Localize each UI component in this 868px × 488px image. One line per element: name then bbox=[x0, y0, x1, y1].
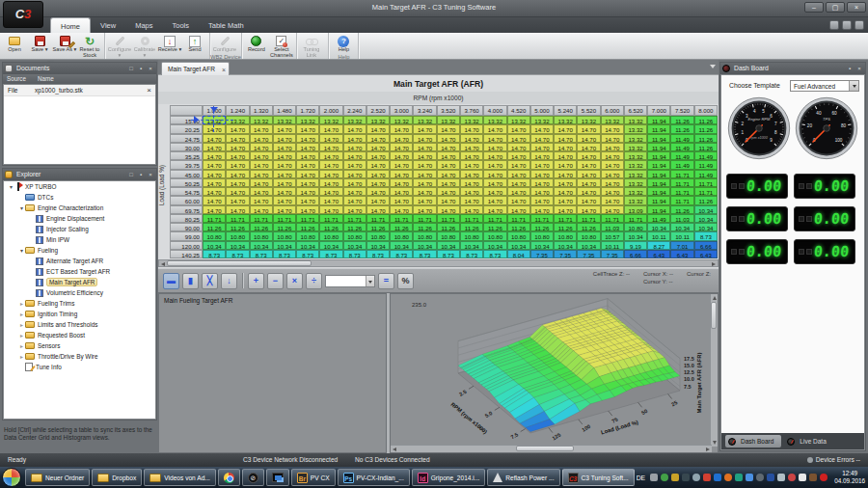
afr-cell[interactable]: 11.26 bbox=[694, 134, 718, 143]
afr-cell[interactable]: 14.70 bbox=[530, 187, 554, 196]
afr-cell[interactable]: 8.73 bbox=[250, 250, 273, 258]
afr-cell[interactable]: 13.32 bbox=[624, 151, 647, 160]
column-header-1.240[interactable]: 1.240 bbox=[226, 105, 249, 116]
afr-cell[interactable]: 14.70 bbox=[250, 160, 273, 169]
tree-item-ignition-timing[interactable]: ▸Ignition Timing bbox=[4, 309, 155, 319]
afr-cell[interactable]: 11.94 bbox=[647, 160, 670, 169]
afr-cell[interactable]: 6.43 bbox=[670, 250, 693, 258]
tray-icon[interactable] bbox=[724, 474, 732, 481]
tray-icon[interactable] bbox=[682, 474, 690, 481]
afr-cell[interactable]: 14.70 bbox=[390, 205, 413, 214]
afr-cell[interactable]: 14.70 bbox=[577, 143, 600, 151]
column-header-4.520[interactable]: 4.520 bbox=[507, 105, 530, 116]
afr-cell[interactable]: 14.70 bbox=[390, 196, 413, 204]
afr-cell[interactable]: 14.70 bbox=[483, 187, 506, 196]
documents-header[interactable]: Documents □ ▪ × bbox=[3, 63, 156, 74]
tabstrip-menu-icon[interactable] bbox=[710, 65, 716, 68]
ribbon-tab-tools[interactable]: Tools bbox=[162, 17, 199, 33]
afr-cell[interactable]: 11.26 bbox=[507, 223, 530, 231]
afr-cell[interactable]: 14.70 bbox=[601, 170, 624, 178]
afr-cell[interactable]: 13.32 bbox=[624, 187, 647, 196]
tree-item-fueling-trims[interactable]: ▸Fueling Trims bbox=[4, 298, 155, 309]
tray-icon[interactable] bbox=[809, 474, 817, 481]
tree-item-injector-scaling[interactable]: Injector Scaling bbox=[4, 224, 155, 234]
afr-cell[interactable]: 13.32 bbox=[577, 116, 600, 124]
afr-cell[interactable]: 11.71 bbox=[601, 214, 624, 223]
afr-cell[interactable]: 11.71 bbox=[390, 214, 413, 223]
afr-cell[interactable]: 8.73 bbox=[366, 250, 390, 258]
afr-cell[interactable]: 14.70 bbox=[413, 205, 436, 214]
help-button[interactable]: ?Help bbox=[331, 34, 356, 53]
column-header-5.240[interactable]: 5.240 bbox=[554, 105, 577, 116]
afr-cell[interactable]: 8.73 bbox=[390, 250, 413, 258]
afr-cell[interactable]: 14.70 bbox=[413, 134, 436, 143]
afr-cell[interactable]: 14.70 bbox=[554, 124, 577, 133]
taskbar-item-pv-cx[interactable]: BrPV CX bbox=[291, 469, 336, 486]
tree-item-requested-boost[interactable]: ▸Requested Boost bbox=[4, 330, 155, 340]
ribbon-tab-maps[interactable]: Maps bbox=[125, 17, 162, 33]
expander-icon[interactable]: ▾ bbox=[18, 204, 25, 211]
afr-cell[interactable]: 14.70 bbox=[577, 178, 600, 187]
afr-cell[interactable]: 10.80 bbox=[250, 231, 273, 240]
afr-cell[interactable]: 6.43 bbox=[647, 250, 670, 258]
afr-cell[interactable]: 14.70 bbox=[319, 196, 342, 204]
column-header-7.520[interactable]: 7.520 bbox=[670, 105, 693, 116]
afr-cell[interactable]: 10.80 bbox=[437, 231, 460, 240]
afr-cell[interactable]: 14.70 bbox=[226, 187, 249, 196]
afr-cell[interactable]: 10.80 bbox=[530, 231, 554, 240]
afr-cell[interactable]: 11.26 bbox=[296, 223, 319, 231]
column-header-2.000[interactable]: 2.000 bbox=[319, 105, 342, 116]
afr-cell[interactable]: 11.94 bbox=[647, 143, 670, 151]
afr-cell[interactable]: 10.34 bbox=[507, 241, 530, 250]
afr-cell[interactable]: 14.70 bbox=[437, 196, 460, 204]
pin-icon[interactable]: ▪ bbox=[137, 65, 145, 72]
afr-cell[interactable]: 14.70 bbox=[343, 151, 366, 160]
afr-cell[interactable]: 11.49 bbox=[694, 151, 718, 160]
afr-cell[interactable]: 14.70 bbox=[460, 143, 483, 151]
afr-cell[interactable]: 14.70 bbox=[507, 170, 530, 178]
afr-cell[interactable]: 10.34 bbox=[250, 241, 273, 250]
tree-item-ect-based-target-afr[interactable]: ECT Based Target AFR bbox=[4, 266, 155, 277]
afr-cell[interactable]: 14.70 bbox=[203, 187, 226, 196]
afr-cell[interactable]: 10.34 bbox=[460, 241, 483, 250]
afr-cell[interactable]: 11.26 bbox=[366, 223, 390, 231]
taskbar-item-c3-tuning-soft-[interactable]: C3C3 Tuning Soft... bbox=[562, 469, 635, 486]
afr-cell[interactable]: 11.71 bbox=[366, 214, 390, 223]
afr-cell[interactable]: 14.70 bbox=[507, 160, 530, 169]
afr-cell[interactable]: 6.66 bbox=[624, 250, 647, 258]
afr-cell[interactable]: 11.49 bbox=[694, 160, 718, 169]
afr-cell[interactable]: 11.26 bbox=[413, 223, 436, 231]
afr-cell[interactable]: 11.49 bbox=[694, 170, 718, 178]
afr-cell[interactable]: 10.34 bbox=[577, 241, 600, 250]
table-hscrollbar[interactable] bbox=[158, 259, 719, 267]
afr-cell[interactable]: 13.09 bbox=[624, 205, 647, 214]
afr-cell[interactable]: 13.32 bbox=[507, 116, 530, 124]
afr-cell[interactable]: 14.70 bbox=[530, 160, 554, 169]
afr-cell[interactable]: 14.70 bbox=[577, 196, 600, 204]
afr-cell[interactable]: 11.71 bbox=[530, 214, 554, 223]
afr-cell[interactable]: 14.70 bbox=[366, 143, 390, 151]
tree-item-engine-characterization[interactable]: ▾Engine Characterization bbox=[4, 203, 155, 213]
afr-cell[interactable]: 14.70 bbox=[203, 205, 226, 214]
afr-cell[interactable]: 11.03 bbox=[670, 214, 693, 223]
afr-cell[interactable]: 10.80 bbox=[554, 231, 577, 240]
column-header-1.480[interactable]: 1.480 bbox=[273, 105, 296, 116]
afr-cell[interactable]: 14.70 bbox=[343, 143, 366, 151]
scroll-right-icon[interactable] bbox=[706, 447, 710, 451]
afr-cell[interactable]: 10.34 bbox=[203, 241, 226, 250]
afr-cell[interactable]: 14.70 bbox=[203, 134, 226, 143]
afr-cell[interactable]: 11.49 bbox=[647, 214, 670, 223]
column-header-3.760[interactable]: 3.760 bbox=[460, 105, 483, 116]
afr-cell[interactable]: 11.71 bbox=[694, 187, 718, 196]
save-as-button[interactable]: Save As ▾ bbox=[52, 34, 77, 53]
afr-cell[interactable]: 14.70 bbox=[226, 124, 249, 133]
tree-item-sensors[interactable]: ▸Sensors bbox=[4, 340, 155, 351]
afr-cell[interactable]: 14.70 bbox=[577, 124, 600, 133]
afr-cell[interactable]: 14.70 bbox=[507, 134, 530, 143]
tray-icon[interactable] bbox=[756, 474, 764, 481]
scroll-up-icon[interactable] bbox=[713, 296, 717, 300]
dash-tab-live-data[interactable]: Live Data bbox=[784, 435, 833, 447]
afr-cell[interactable]: 14.70 bbox=[483, 178, 506, 187]
row-header-69.75[interactable]: 69.75 bbox=[170, 205, 203, 214]
afr-cell[interactable]: 14.70 bbox=[601, 134, 624, 143]
